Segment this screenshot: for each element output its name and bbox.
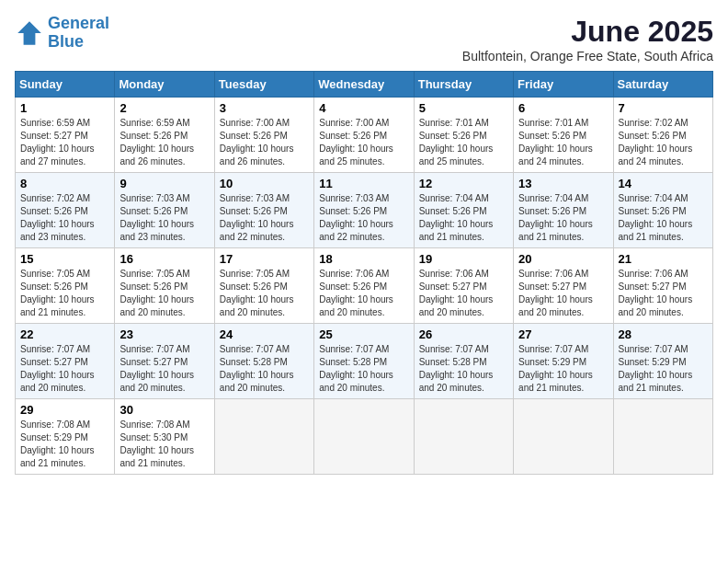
day-info: Sunrise: 7:01 AM Sunset: 5:26 PM Dayligh… bbox=[419, 117, 508, 168]
day-number: 22 bbox=[20, 327, 109, 341]
calendar-week-5: 29Sunrise: 7:08 AM Sunset: 5:29 PM Dayli… bbox=[16, 399, 713, 475]
day-info: Sunrise: 7:04 AM Sunset: 5:26 PM Dayligh… bbox=[619, 192, 708, 244]
table-row: 13Sunrise: 7:04 AM Sunset: 5:26 PM Dayli… bbox=[514, 173, 613, 248]
day-info: Sunrise: 7:07 AM Sunset: 5:28 PM Dayligh… bbox=[220, 343, 309, 395]
table-row: 18Sunrise: 7:06 AM Sunset: 5:26 PM Dayli… bbox=[314, 248, 414, 324]
table-row bbox=[414, 399, 513, 475]
day-info: Sunrise: 7:06 AM Sunset: 5:27 PM Dayligh… bbox=[619, 268, 708, 319]
day-info: Sunrise: 7:06 AM Sunset: 5:27 PM Dayligh… bbox=[419, 268, 508, 319]
table-row: 24Sunrise: 7:07 AM Sunset: 5:28 PM Dayli… bbox=[214, 324, 313, 399]
col-thursday: Thursday bbox=[414, 72, 513, 98]
table-row: 29Sunrise: 7:08 AM Sunset: 5:29 PM Dayli… bbox=[16, 399, 115, 475]
day-info: Sunrise: 7:04 AM Sunset: 5:26 PM Dayligh… bbox=[518, 192, 608, 244]
day-info: Sunrise: 7:08 AM Sunset: 5:29 PM Dayligh… bbox=[20, 419, 109, 470]
day-info: Sunrise: 7:04 AM Sunset: 5:26 PM Dayligh… bbox=[419, 192, 508, 244]
table-row bbox=[314, 399, 414, 475]
table-row: 22Sunrise: 7:07 AM Sunset: 5:27 PM Dayli… bbox=[16, 324, 115, 399]
day-number: 7 bbox=[619, 101, 708, 115]
table-row: 10Sunrise: 7:03 AM Sunset: 5:26 PM Dayli… bbox=[214, 173, 313, 248]
table-row: 1Sunrise: 6:59 AM Sunset: 5:27 PM Daylig… bbox=[16, 98, 115, 173]
table-row: 4Sunrise: 7:00 AM Sunset: 5:26 PM Daylig… bbox=[314, 98, 414, 173]
table-row: 6Sunrise: 7:01 AM Sunset: 5:26 PM Daylig… bbox=[514, 98, 613, 173]
day-info: Sunrise: 7:06 AM Sunset: 5:27 PM Dayligh… bbox=[518, 268, 608, 319]
table-row: 3Sunrise: 7:00 AM Sunset: 5:26 PM Daylig… bbox=[214, 98, 313, 173]
calendar-week-2: 8Sunrise: 7:02 AM Sunset: 5:26 PM Daylig… bbox=[16, 173, 713, 248]
table-row: 12Sunrise: 7:04 AM Sunset: 5:26 PM Dayli… bbox=[414, 173, 513, 248]
day-number: 9 bbox=[119, 177, 209, 190]
calendar-week-3: 15Sunrise: 7:05 AM Sunset: 5:26 PM Dayli… bbox=[16, 248, 713, 324]
day-number: 6 bbox=[518, 101, 608, 115]
day-number: 10 bbox=[220, 177, 309, 190]
day-number: 15 bbox=[20, 252, 109, 266]
logo: General Blue bbox=[15, 15, 109, 52]
table-row bbox=[613, 399, 712, 475]
calendar-week-4: 22Sunrise: 7:07 AM Sunset: 5:27 PM Dayli… bbox=[16, 324, 713, 399]
day-info: Sunrise: 7:07 AM Sunset: 5:27 PM Dayligh… bbox=[119, 343, 209, 395]
day-info: Sunrise: 6:59 AM Sunset: 5:27 PM Dayligh… bbox=[20, 117, 109, 168]
day-info: Sunrise: 7:08 AM Sunset: 5:30 PM Dayligh… bbox=[119, 419, 209, 470]
logo-text: General Blue bbox=[48, 15, 109, 52]
table-row: 30Sunrise: 7:08 AM Sunset: 5:30 PM Dayli… bbox=[115, 399, 214, 475]
table-row: 28Sunrise: 7:07 AM Sunset: 5:29 PM Dayli… bbox=[613, 324, 712, 399]
col-monday: Monday bbox=[115, 72, 214, 98]
day-number: 23 bbox=[119, 327, 209, 341]
day-info: Sunrise: 6:59 AM Sunset: 5:26 PM Dayligh… bbox=[119, 117, 209, 168]
calendar-week-1: 1Sunrise: 6:59 AM Sunset: 5:27 PM Daylig… bbox=[16, 98, 713, 173]
table-row: 16Sunrise: 7:05 AM Sunset: 5:26 PM Dayli… bbox=[115, 248, 214, 324]
day-number: 27 bbox=[518, 327, 608, 341]
svg-marker-0 bbox=[17, 21, 41, 45]
day-number: 28 bbox=[619, 327, 708, 341]
table-row: 20Sunrise: 7:06 AM Sunset: 5:27 PM Dayli… bbox=[514, 248, 613, 324]
day-info: Sunrise: 7:05 AM Sunset: 5:26 PM Dayligh… bbox=[20, 268, 109, 319]
table-row bbox=[214, 399, 313, 475]
day-number: 25 bbox=[319, 327, 408, 341]
day-number: 8 bbox=[20, 177, 109, 190]
day-info: Sunrise: 7:03 AM Sunset: 5:26 PM Dayligh… bbox=[319, 192, 408, 244]
day-info: Sunrise: 7:01 AM Sunset: 5:26 PM Dayligh… bbox=[518, 117, 608, 168]
table-row: 2Sunrise: 6:59 AM Sunset: 5:26 PM Daylig… bbox=[115, 98, 214, 173]
col-saturday: Saturday bbox=[613, 72, 712, 98]
day-info: Sunrise: 7:07 AM Sunset: 5:28 PM Dayligh… bbox=[419, 343, 508, 395]
day-number: 21 bbox=[619, 252, 708, 266]
table-row: 11Sunrise: 7:03 AM Sunset: 5:26 PM Dayli… bbox=[314, 173, 414, 248]
col-friday: Friday bbox=[514, 72, 613, 98]
day-number: 5 bbox=[419, 101, 508, 115]
table-row: 21Sunrise: 7:06 AM Sunset: 5:27 PM Dayli… bbox=[613, 248, 712, 324]
calendar-table: Sunday Monday Tuesday Wednesday Thursday… bbox=[15, 71, 713, 475]
day-number: 12 bbox=[419, 177, 508, 190]
table-row: 8Sunrise: 7:02 AM Sunset: 5:26 PM Daylig… bbox=[16, 173, 115, 248]
table-row: 25Sunrise: 7:07 AM Sunset: 5:28 PM Dayli… bbox=[314, 324, 414, 399]
day-info: Sunrise: 7:00 AM Sunset: 5:26 PM Dayligh… bbox=[220, 117, 309, 168]
day-info: Sunrise: 7:07 AM Sunset: 5:27 PM Dayligh… bbox=[20, 343, 109, 395]
day-info: Sunrise: 7:03 AM Sunset: 5:26 PM Dayligh… bbox=[220, 192, 309, 244]
day-info: Sunrise: 7:07 AM Sunset: 5:28 PM Dayligh… bbox=[319, 343, 408, 395]
day-number: 17 bbox=[220, 252, 309, 266]
col-wednesday: Wednesday bbox=[314, 72, 414, 98]
day-number: 13 bbox=[518, 177, 608, 190]
day-number: 18 bbox=[319, 252, 408, 266]
logo-icon bbox=[15, 18, 44, 48]
day-number: 24 bbox=[220, 327, 309, 341]
table-row: 26Sunrise: 7:07 AM Sunset: 5:28 PM Dayli… bbox=[414, 324, 513, 399]
day-number: 19 bbox=[419, 252, 508, 266]
day-number: 11 bbox=[319, 177, 408, 190]
day-info: Sunrise: 7:02 AM Sunset: 5:26 PM Dayligh… bbox=[619, 117, 708, 168]
table-row: 15Sunrise: 7:05 AM Sunset: 5:26 PM Dayli… bbox=[16, 248, 115, 324]
day-info: Sunrise: 7:07 AM Sunset: 5:29 PM Dayligh… bbox=[619, 343, 708, 395]
day-number: 16 bbox=[119, 252, 209, 266]
title-block: June 2025 Bultfontein, Orange Free State… bbox=[462, 15, 713, 63]
table-row: 17Sunrise: 7:05 AM Sunset: 5:26 PM Dayli… bbox=[214, 248, 313, 324]
col-sunday: Sunday bbox=[16, 72, 115, 98]
day-number: 3 bbox=[220, 101, 309, 115]
day-info: Sunrise: 7:06 AM Sunset: 5:26 PM Dayligh… bbox=[319, 268, 408, 319]
day-info: Sunrise: 7:00 AM Sunset: 5:26 PM Dayligh… bbox=[319, 117, 408, 168]
table-row: 23Sunrise: 7:07 AM Sunset: 5:27 PM Dayli… bbox=[115, 324, 214, 399]
day-number: 29 bbox=[20, 403, 109, 417]
day-number: 20 bbox=[518, 252, 608, 266]
day-info: Sunrise: 7:05 AM Sunset: 5:26 PM Dayligh… bbox=[119, 268, 209, 319]
table-row: 7Sunrise: 7:02 AM Sunset: 5:26 PM Daylig… bbox=[613, 98, 712, 173]
table-row: 27Sunrise: 7:07 AM Sunset: 5:29 PM Dayli… bbox=[514, 324, 613, 399]
calendar-header-row: Sunday Monday Tuesday Wednesday Thursday… bbox=[16, 72, 713, 98]
day-number: 2 bbox=[119, 101, 209, 115]
day-number: 30 bbox=[119, 403, 209, 417]
